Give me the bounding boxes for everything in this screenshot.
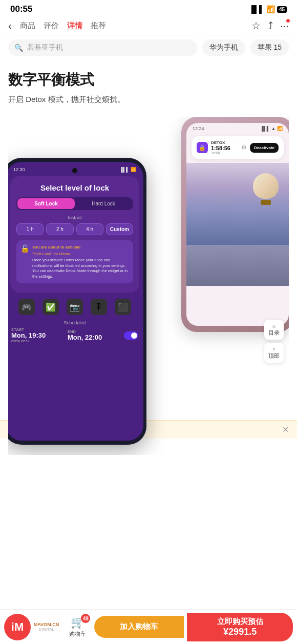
tab-recommend[interactable]: 推荐	[91, 21, 106, 31]
front-camera	[72, 168, 77, 173]
im-logo-text: iM	[11, 620, 24, 634]
cart-label: 购物车	[69, 630, 86, 638]
status-bar: 00:55 ▐▌▌ 📶 45	[0, 0, 297, 16]
search-bar: 🔍 若基亚手机 华为手机 苹果 15	[0, 35, 297, 60]
search-placeholder: 若基亚手机	[27, 43, 63, 52]
start-value: Mon, 19:30	[11, 331, 63, 339]
front-phone: 12:30 ▐▌▌ 📶 Select level of lock Soft Lo…	[8, 158, 146, 445]
schedule-start: START Mon, 19:30 every week	[11, 328, 63, 343]
time-4h-button[interactable]: 4 h	[76, 223, 103, 235]
app-icon-5: ⬛	[115, 299, 131, 315]
nav-left: ‹ 商品 评价 详情 推荐	[8, 20, 106, 32]
detox-widget: 🔒 DETOX 1:58:56 16:00 ⚙ Deactivate	[192, 136, 284, 159]
catalog-icon: ≡	[268, 323, 280, 329]
end-value: Mon, 22:00	[68, 334, 120, 341]
banner-close-button[interactable]: ✕	[282, 425, 289, 434]
buy-label: 立即购买预估	[191, 617, 289, 627]
share-icon[interactable]: ⤴	[268, 20, 273, 32]
detox-timer: 1:58:56	[211, 145, 238, 151]
page-subtitle: 开启 Detox 模式，抛开社交烦扰。	[8, 95, 289, 105]
back-phone-icons: ▐▌▌ ▲ 📶	[260, 126, 283, 131]
schedule-toggle[interactable]	[124, 331, 138, 340]
detox-icon: 🔒	[197, 142, 208, 153]
app-icon-1: 🎮	[18, 299, 35, 315]
battery-indicator: 45	[277, 6, 287, 13]
end-label: END	[68, 330, 120, 334]
bottom-bar: iM MAVOM.CN DIGITAL 🛒 49 购物车 加入购物车 立即购买预…	[0, 609, 297, 644]
search-input-wrapper[interactable]: 🔍 若基亚手机	[8, 39, 197, 56]
mic-icon: 🎙	[91, 299, 107, 315]
tab-hard-lock[interactable]: Hard Lock	[75, 198, 132, 209]
tab-soft-lock[interactable]: Soft Lock	[17, 198, 75, 209]
site-sub: DIGITAL	[38, 627, 54, 632]
tab-details[interactable]: 详情	[67, 21, 82, 31]
time-1h-button[interactable]: 1 h	[16, 223, 44, 235]
scheduled-section: Scheduled START Mon, 19:30 every week EN…	[8, 320, 143, 343]
time-custom-button[interactable]: Custom	[106, 223, 133, 235]
detox-info: DETOX 1:58:56 16:00	[211, 140, 238, 155]
right-panel: ≡ 目录 ↑ 顶部	[264, 320, 284, 363]
catalog-button[interactable]: ≡ 目录	[264, 320, 284, 340]
top-button[interactable]: ↑ 顶部	[264, 343, 284, 363]
nav-right: ☆ ⤴ ···	[251, 19, 289, 32]
top-label: 顶部	[268, 352, 280, 360]
cart-button[interactable]: 🛒 49 购物车	[64, 614, 91, 640]
signal-icon: ▐▌▌	[249, 5, 264, 13]
wifi-icon: 📶	[266, 5, 275, 13]
schedule-row: START Mon, 19:30 every week END Mon, 22:…	[11, 328, 138, 343]
gear-icon[interactable]: ⚙	[241, 144, 247, 151]
instant-label: Instant	[16, 215, 133, 220]
deactivate-button[interactable]: Deactivate	[250, 143, 279, 153]
cart-badge: 49	[81, 614, 90, 623]
more-icon[interactable]: ···	[280, 20, 289, 32]
status-time: 00:55	[10, 4, 32, 14]
site-label: MAVOM.CN	[34, 622, 59, 627]
start-sub: every week	[11, 339, 63, 343]
warning-subtitle: "Soft Lock" for Detox.	[32, 251, 129, 257]
add-to-cart-button[interactable]: 加入购物车	[94, 616, 184, 638]
phone-mockup-area: 12:24 ▐▌▌ ▲ 📶 🔒 DETOX 1:58:56 16:00 ⚙ De…	[8, 117, 289, 455]
lock-card: Select level of lock Soft Lock Hard Lock…	[10, 176, 139, 293]
time-buttons: 1 h 2 h 4 h Custom	[16, 223, 133, 235]
im-logo: iM	[4, 614, 31, 640]
balloon-basket	[261, 200, 271, 205]
catalog-label: 目录	[268, 329, 280, 337]
app-icon-3: 📷	[67, 299, 83, 315]
lock-title: Select level of lock	[16, 183, 133, 192]
nav-tabs: 商品 评价 详情 推荐	[20, 21, 106, 31]
back-phone-screen: 12:24 ▐▌▌ ▲ 📶 🔒 DETOX 1:58:56 16:00 ⚙ De…	[186, 123, 289, 326]
page-title: 数字平衡模式	[8, 70, 289, 90]
scheduled-label: Scheduled	[11, 320, 138, 325]
warning-text: You are about to activate "Soft Lock" fo…	[32, 244, 129, 279]
nav-bar: ‹ 商品 评价 详情 推荐 ☆ ⤴ ···	[0, 16, 297, 35]
bottom-app-icons: 🎮 ✅ 📷 🎙 ⬛	[8, 296, 143, 318]
back-button[interactable]: ‹	[8, 20, 12, 32]
time-2h-button[interactable]: 2 h	[46, 223, 73, 235]
back-phone-status: 12:24 ▐▌▌ ▲ 📶	[186, 123, 289, 132]
search-tag-huawei[interactable]: 华为手机	[202, 39, 245, 56]
content-area: 数字平衡模式 开启 Detox 模式，抛开社交烦扰。 12:24 ▐▌▌ ▲ 📶…	[0, 60, 297, 455]
warning-box: 🔓 You are about to activate "Soft Lock" …	[16, 240, 133, 283]
front-phone-screen: 12:30 ▐▌▌ 📶 Select level of lock Soft Lo…	[8, 162, 143, 441]
warning-body: Once you activate Detox Mode your apps a…	[32, 258, 129, 279]
warning-icon: 🔓	[20, 244, 29, 279]
buy-price: ¥2991.5	[191, 627, 289, 637]
top-icon: ↑	[268, 346, 280, 352]
balloon-graphic	[253, 173, 279, 206]
search-icon: 🔍	[14, 44, 23, 52]
warning-title: You are about to activate	[32, 244, 129, 250]
start-label: START	[11, 328, 63, 331]
bookmark-icon[interactable]: ☆	[251, 19, 261, 32]
app-icon-2: ✅	[43, 299, 59, 315]
status-icons: ▐▌▌ 📶 45	[249, 5, 287, 13]
back-phone-bottom	[186, 245, 289, 286]
back-phone: 12:24 ▐▌▌ ▲ 📶 🔒 DETOX 1:58:56 16:00 ⚙ De…	[181, 117, 289, 332]
schedule-end: END Mon, 22:00	[68, 330, 120, 341]
back-phone-wallpaper	[186, 163, 289, 245]
balloon-body	[253, 173, 279, 199]
back-phone-time: 12:24	[193, 126, 204, 131]
search-tag-apple[interactable]: 苹果 15	[250, 39, 289, 56]
buy-button[interactable]: 立即购买预估 ¥2991.5	[187, 613, 293, 641]
tab-goods[interactable]: 商品	[20, 21, 35, 31]
tab-reviews[interactable]: 评价	[44, 21, 59, 31]
